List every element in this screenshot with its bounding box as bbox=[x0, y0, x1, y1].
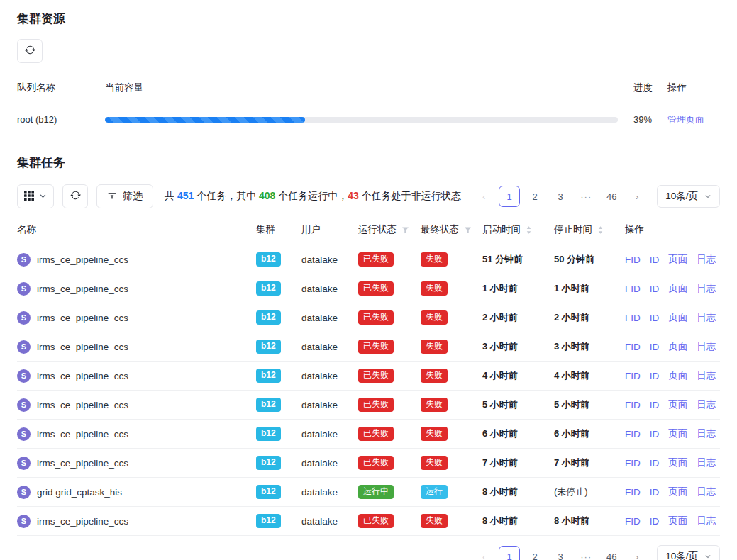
action-link-日志[interactable]: 日志 bbox=[697, 311, 716, 324]
action-link-FID[interactable]: FID bbox=[625, 429, 641, 439]
cluster-badge: b12 bbox=[256, 456, 281, 470]
pagination-ellipsis[interactable]: ··· bbox=[575, 546, 597, 560]
action-link-ID[interactable]: ID bbox=[650, 313, 660, 323]
stop-time: 5 小时前 bbox=[554, 398, 589, 411]
header-progress: 进度 bbox=[633, 82, 667, 94]
task-name: irms_ce_pipeline_ccs bbox=[37, 516, 128, 527]
action-link-FID[interactable]: FID bbox=[625, 458, 641, 469]
start-time: 7 小时前 bbox=[482, 457, 518, 469]
final-status-badge: 失败 bbox=[421, 456, 448, 470]
action-link-FID[interactable]: FID bbox=[625, 284, 641, 294]
run-status-badge: 已失败 bbox=[358, 310, 394, 325]
capacity-progress-fill bbox=[105, 117, 305, 123]
action-link-页面[interactable]: 页面 bbox=[668, 282, 687, 295]
action-link-日志[interactable]: 日志 bbox=[697, 515, 716, 527]
action-link-日志[interactable]: 日志 bbox=[697, 398, 716, 411]
page-size-select[interactable]: 10条/页 bbox=[657, 545, 720, 560]
task-user: datalake bbox=[301, 371, 358, 381]
action-link-页面[interactable]: 页面 bbox=[668, 457, 687, 469]
task-user: datalake bbox=[301, 400, 358, 410]
page-size-select[interactable]: 10条/页 bbox=[657, 185, 720, 208]
run-status-badge: 已失败 bbox=[358, 398, 394, 412]
action-link-页面[interactable]: 页面 bbox=[668, 427, 687, 440]
table-row: S irms_ce_pipeline_ccs b12 datalake 已失败 … bbox=[17, 245, 720, 274]
pagination-next[interactable]: › bbox=[626, 186, 648, 207]
header-queue-name: 队列名称 bbox=[17, 82, 105, 94]
table-row: S irms_ce_pipeline_ccs b12 datalake 已失败 … bbox=[17, 507, 720, 536]
action-link-FID[interactable]: FID bbox=[625, 516, 641, 527]
filter-funnel-icon[interactable] bbox=[401, 226, 409, 234]
tasks-refresh-button[interactable] bbox=[62, 184, 88, 208]
column-settings-button[interactable] bbox=[17, 184, 54, 208]
action-link-FID[interactable]: FID bbox=[625, 313, 641, 323]
resources-refresh-button[interactable] bbox=[17, 39, 43, 63]
action-links: FIDID页面日志 bbox=[625, 253, 720, 266]
summary-text: 共 bbox=[165, 190, 177, 201]
filter-button[interactable]: 筛选 bbox=[96, 184, 153, 208]
pagination-page-3[interactable]: 3 bbox=[550, 186, 571, 207]
action-link-页面[interactable]: 页面 bbox=[668, 340, 687, 353]
action-link-日志[interactable]: 日志 bbox=[697, 427, 716, 440]
action-link-ID[interactable]: ID bbox=[650, 516, 660, 527]
action-link-日志[interactable]: 日志 bbox=[697, 282, 716, 295]
avatar: S bbox=[17, 515, 31, 528]
pagination: ‹123···46›10条/页 bbox=[471, 185, 720, 208]
action-link-日志[interactable]: 日志 bbox=[697, 486, 716, 498]
action-link-页面[interactable]: 页面 bbox=[668, 369, 687, 382]
run-status-badge: 已失败 bbox=[358, 514, 394, 528]
task-name: irms_ce_pipeline_ccs bbox=[37, 429, 128, 439]
action-link-日志[interactable]: 日志 bbox=[697, 253, 716, 266]
action-links: FIDID页面日志 bbox=[625, 398, 720, 411]
task-user: datalake bbox=[301, 313, 358, 323]
action-link-页面[interactable]: 页面 bbox=[668, 398, 687, 411]
action-link-FID[interactable]: FID bbox=[625, 254, 641, 265]
manage-page-link[interactable]: 管理页面 bbox=[667, 114, 704, 125]
action-link-ID[interactable]: ID bbox=[650, 254, 660, 265]
action-link-日志[interactable]: 日志 bbox=[697, 457, 716, 469]
action-link-页面[interactable]: 页面 bbox=[668, 253, 687, 266]
action-link-FID[interactable]: FID bbox=[625, 400, 641, 410]
action-link-页面[interactable]: 页面 bbox=[668, 515, 687, 527]
pagination-page-46[interactable]: 46 bbox=[601, 546, 622, 560]
action-link-ID[interactable]: ID bbox=[650, 284, 660, 294]
action-link-FID[interactable]: FID bbox=[625, 487, 641, 498]
summary-text: 个任务处于非运行状态 bbox=[359, 190, 461, 201]
pagination-page-46[interactable]: 46 bbox=[601, 186, 622, 207]
action-link-ID[interactable]: ID bbox=[650, 342, 660, 352]
start-time: 4 小时前 bbox=[482, 369, 518, 382]
cluster-resources-title: 集群资源 bbox=[17, 0, 720, 27]
avatar: S bbox=[17, 427, 31, 441]
filter-funnel-icon[interactable] bbox=[464, 226, 472, 234]
action-link-ID[interactable]: ID bbox=[650, 487, 660, 498]
header-resources-action: 操作 bbox=[667, 82, 720, 94]
chevron-down-icon bbox=[39, 191, 47, 202]
sort-icon[interactable] bbox=[526, 225, 532, 235]
table-row: S irms_ce_pipeline_ccs b12 datalake 已失败 … bbox=[17, 391, 720, 420]
action-link-页面[interactable]: 页面 bbox=[668, 311, 687, 324]
task-user: datalake bbox=[301, 458, 358, 469]
action-link-FID[interactable]: FID bbox=[625, 342, 641, 352]
pagination-page-2[interactable]: 2 bbox=[524, 546, 545, 560]
action-link-日志[interactable]: 日志 bbox=[697, 340, 716, 353]
action-link-ID[interactable]: ID bbox=[650, 400, 660, 410]
pagination-prev[interactable]: ‹ bbox=[473, 546, 494, 560]
pagination-page-2[interactable]: 2 bbox=[524, 186, 545, 207]
cluster-badge: b12 bbox=[256, 281, 281, 296]
sort-icon[interactable] bbox=[597, 225, 604, 235]
cluster-badge: b12 bbox=[256, 310, 281, 325]
action-link-ID[interactable]: ID bbox=[650, 458, 660, 469]
action-link-ID[interactable]: ID bbox=[650, 371, 660, 381]
pagination-page-1[interactable]: 1 bbox=[499, 546, 520, 560]
task-user: datalake bbox=[301, 429, 358, 439]
action-link-ID[interactable]: ID bbox=[650, 429, 660, 439]
pagination-page-3[interactable]: 3 bbox=[550, 546, 571, 560]
action-link-FID[interactable]: FID bbox=[625, 371, 641, 381]
table-row: S irms_ce_pipeline_ccs b12 datalake 已失败 … bbox=[17, 449, 720, 478]
pagination-page-1[interactable]: 1 bbox=[499, 186, 520, 207]
pagination-next[interactable]: › bbox=[626, 546, 648, 560]
pagination-ellipsis[interactable]: ··· bbox=[575, 186, 597, 207]
action-link-日志[interactable]: 日志 bbox=[697, 369, 716, 382]
pagination-prev[interactable]: ‹ bbox=[473, 186, 494, 207]
action-link-页面[interactable]: 页面 bbox=[668, 486, 687, 498]
cluster-badge: b12 bbox=[256, 485, 281, 499]
